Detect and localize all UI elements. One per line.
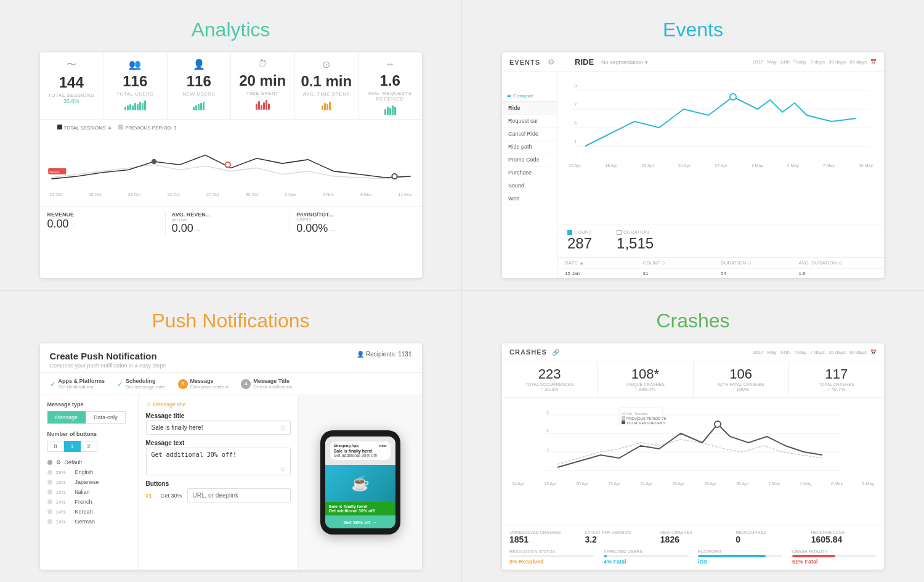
crashes-stats-row: 223 TOTAL OCCURRENCES ↑ 20.3% 108* UNIQU… xyxy=(502,361,884,398)
emoji-icon[interactable]: ☺ xyxy=(279,424,286,432)
svg-text:6: 6 xyxy=(546,428,549,433)
paying-sub: USERS xyxy=(296,218,408,222)
buttons-label: Buttons xyxy=(146,480,291,487)
svg-point-3 xyxy=(225,162,230,167)
stat-users-value: 116 xyxy=(108,73,162,90)
notif-body: Get additional 30% off! xyxy=(334,453,387,457)
new-users-icon: 👤 xyxy=(172,59,226,70)
revenue-cell: REVENUE 0.00 ~~ xyxy=(47,211,166,235)
lang-french[interactable]: 14% French xyxy=(47,498,131,506)
crash-unresolved: UNRESOLVED CRASHES 1851 xyxy=(509,530,575,544)
crashes-bottom: UNRESOLVED CRASHES 1851 LATEST APP VERSI… xyxy=(502,525,884,570)
lang-default[interactable]: ⚙ Default xyxy=(47,458,131,467)
events-chart: 9 7 5 1 15 Apr 18 Apr 21 Apr 24 Apr 27 A… xyxy=(557,72,884,224)
svg-text:Notes: Notes xyxy=(49,170,59,174)
crash-latest-version: LATEST APP VERSION 3.2 xyxy=(585,530,650,544)
chart-legend: TOTAL SESSIONS 4 PREVIOUS PERIOD 3 xyxy=(57,125,417,131)
step-4: 4 Message Title Check notification xyxy=(241,378,292,390)
stat-total-users: 👥 116 TOTAL USERS xyxy=(103,52,168,119)
events-quadrant: Events EVENTS ⚙ RIDE No segmentation ▾ 2… xyxy=(462,0,924,291)
svg-text:3: 3 xyxy=(546,447,549,451)
events-list-item-cancel[interactable]: Cancel Ride xyxy=(502,128,557,141)
push-header: 👤 Recipients: 1131 Create Push Notificat… xyxy=(40,343,422,373)
gear-icon[interactable]: ⚙ xyxy=(548,57,555,67)
step-1: ✓ Apps & Platforms Set destinations xyxy=(50,378,105,390)
events-list-item-won[interactable]: Won xyxy=(502,192,557,205)
push-card-sub: Compose your push notification in 4 easy… xyxy=(50,363,412,369)
events-list-item-ride[interactable]: Ride xyxy=(502,102,557,115)
stat-total-sessions: 〜 144 TOTAL SESSIONS 35.8% xyxy=(40,52,104,119)
button-url-input[interactable] xyxy=(187,488,291,502)
calendar-icon-crashes[interactable]: 📅 xyxy=(870,350,877,355)
events-list-item-promo[interactable]: Promo Code xyxy=(502,154,557,166)
stat-avg-time-value: 0.1 min xyxy=(300,73,354,90)
msg-title-input[interactable] xyxy=(146,420,291,435)
stat-time-value: 20 min xyxy=(236,72,290,89)
stat-requests-value: 1.6 xyxy=(363,72,417,89)
calendar-icon[interactable]: 📅 xyxy=(870,59,877,65)
events-table-header: DATE ▲ COUNT ◇ DURATION ◇ AVG. DURATION … xyxy=(557,257,884,268)
segmentation-label[interactable]: No segmentation ▾ xyxy=(601,59,648,65)
check-icon-1: ✓ xyxy=(50,380,56,388)
num-buttons-label: Number of buttons xyxy=(47,431,131,437)
emoji-icon-2[interactable]: ☺ xyxy=(279,464,286,473)
compare-button[interactable]: ⇄ Compare xyxy=(502,91,557,102)
events-list-item-purchase[interactable]: Purchase xyxy=(502,166,557,179)
avg-time-bar xyxy=(300,99,354,110)
link-icon[interactable]: 🔗 xyxy=(552,349,559,356)
crash-unique: 108* UNIQUE CRASHES ↑ 990.0% xyxy=(598,361,693,397)
phone-mockup: Shopping App now Sale is finally here! G… xyxy=(320,430,400,535)
num-btn-1[interactable]: 1 xyxy=(64,441,81,452)
events-title: Events xyxy=(663,18,723,41)
step-2: ✓ Scheduling Set message date xyxy=(117,378,165,390)
msg-type-message-btn[interactable]: Message xyxy=(47,411,86,424)
events-label: EVENTS xyxy=(509,59,540,66)
svg-text:25 Apr, Tuesday: 25 Apr, Tuesday xyxy=(622,412,648,416)
count-value: 287 xyxy=(567,235,592,252)
push-body: Message type Message Data-only Number of… xyxy=(40,395,422,570)
events-list-item-request[interactable]: Request car xyxy=(502,115,557,128)
lang-japanese[interactable]: 16% Japanese xyxy=(47,478,131,486)
phone-sale-text: Sale is finally here! Get additional 30%… xyxy=(325,502,395,515)
num-btn-2[interactable]: 2 xyxy=(81,441,97,452)
events-card: EVENTS ⚙ RIDE No segmentation ▾ 2017 May… xyxy=(502,52,884,278)
stat-avg-requests: ↔ 1.6 AVG. REQUESTS RECEIVED xyxy=(359,52,422,119)
events-list-item-path[interactable]: Ride path xyxy=(502,141,557,154)
new-users-bar xyxy=(172,99,226,110)
svg-point-4 xyxy=(392,174,397,179)
avg-revenue-value: 0.00 xyxy=(172,222,193,235)
phone-notification: Shopping App now Sale is finally here! G… xyxy=(330,441,391,460)
lang-korean[interactable]: 14% Korean xyxy=(47,507,131,516)
push-card: 👤 Recipients: 1131 Create Push Notificat… xyxy=(40,343,422,570)
crashes-chart: 25 Apr, Tuesday PREVIOUS PERIOD 70 TOTAL… xyxy=(502,398,884,525)
events-list-item-sound[interactable]: Sound xyxy=(502,179,557,192)
svg-point-9 xyxy=(730,94,736,100)
events-sidebar: ⇄ Compare Ride Request car Cancel Ride R… xyxy=(502,72,557,278)
events-svg: 9 7 5 1 xyxy=(564,78,878,165)
crashes-title: Crashes xyxy=(656,309,729,332)
resolution-status: RESOLUTION STATUS 0% Resolved xyxy=(509,549,594,565)
stat-sessions-trend: 35.8% xyxy=(45,98,99,104)
msg-type-data-btn[interactable]: Data-only xyxy=(86,411,126,424)
events-main: 9 7 5 1 15 Apr 18 Apr 21 Apr 24 Apr 27 A… xyxy=(557,72,884,278)
lang-english[interactable]: 28% English xyxy=(47,468,131,477)
num-btn-0[interactable]: 0 xyxy=(47,441,64,452)
step-num-3: 3 xyxy=(178,379,188,389)
notif-title: Sale is finally here! xyxy=(334,449,387,453)
stat-new-users: 👤 116 NEW USERS xyxy=(168,52,232,119)
push-left-panel: Message type Message Data-only Number of… xyxy=(40,395,139,570)
svg-point-24 xyxy=(715,421,721,427)
duration-value: 1,515 xyxy=(617,235,654,252)
svg-text:5: 5 xyxy=(574,120,577,126)
msg-text-input[interactable]: Get additional 30% off! xyxy=(146,448,291,475)
svg-text:1: 1 xyxy=(574,139,577,144)
language-list: ⚙ Default 28% English 16% Japanese xyxy=(47,458,131,526)
revenue-label: REVENUE xyxy=(47,211,159,218)
analytics-chart: TOTAL SESSIONS 4 PREVIOUS PERIOD 3 Notes xyxy=(40,120,422,206)
stat-users-label: TOTAL USERS xyxy=(108,91,162,97)
affected-users: AFFECTED USERS 4% Fatal xyxy=(604,549,688,565)
stat-time-spent: ⏱ 20 min TIME SPENT xyxy=(231,52,295,119)
lang-german[interactable]: 14% German xyxy=(47,517,131,526)
analytics-title: Analytics xyxy=(191,18,270,41)
lang-italian[interactable]: 15% Italian xyxy=(47,488,131,496)
